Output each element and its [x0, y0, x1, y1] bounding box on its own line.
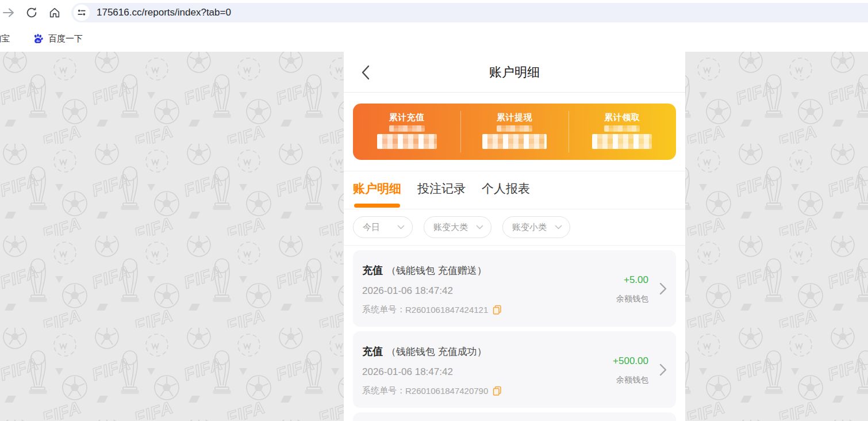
- filter-row: 今日 账变大类 账变小类: [344, 209, 685, 246]
- url-text[interactable]: 175616.cc/reports/index?tab=0: [97, 7, 231, 18]
- bookmark-taobao[interactable]: 淘宝: [0, 33, 15, 44]
- bookmark-baidu[interactable]: du 百度一下: [32, 33, 83, 44]
- order-number: R2601061847424121: [405, 305, 488, 315]
- filter-date-dropdown[interactable]: 今日: [353, 216, 413, 238]
- active-tab-underline: [354, 204, 400, 208]
- site-settings-icon[interactable]: [74, 5, 90, 21]
- app-container: 账户明细 累计充值 累计提现 累计领取: [344, 52, 685, 421]
- copy-icon[interactable]: [493, 305, 502, 315]
- tab-personal-report[interactable]: 个人报表: [482, 181, 530, 208]
- transaction-type: 充值: [362, 345, 383, 358]
- censored-withdraw-value: [482, 134, 547, 149]
- transaction-card-partial[interactable]: [353, 412, 676, 421]
- summary-section: 累计充值 累计提现 累计领取: [344, 93, 685, 171]
- filter-minor-category-dropdown[interactable]: 账变小类: [502, 216, 570, 238]
- home-icon[interactable]: [47, 5, 62, 20]
- transaction-list: 充值 （钱能钱包 充值赠送） 2026-01-06 18:47:42 系统单号：…: [344, 246, 685, 421]
- transaction-wallet: 余额钱包: [616, 294, 648, 304]
- transaction-order-row: 系统单号： R2601061847424121: [362, 304, 667, 315]
- censored-value-fragment: [497, 125, 532, 132]
- back-icon[interactable]: [361, 64, 371, 81]
- stat-total-withdraw: 累计提现: [460, 104, 568, 160]
- browser-chrome: 175616.cc/reports/index?tab=0 淘宝 du 百度一下: [0, 0, 868, 52]
- app-header: 账户明细: [344, 52, 685, 93]
- tab-bar: 账户明细 投注记录 个人报表: [344, 171, 685, 209]
- tab-account-details[interactable]: 账户明细: [353, 181, 401, 208]
- order-label: 系统单号：: [362, 385, 405, 396]
- chevron-down-icon: [397, 225, 405, 229]
- transaction-amount: +5.00: [616, 274, 648, 286]
- transaction-card[interactable]: 充值 （钱能钱包 充值赠送） 2026-01-06 18:47:42 系统单号：…: [353, 250, 676, 327]
- summary-stat-card: 累计充值 累计提现 累计领取: [353, 104, 676, 160]
- censored-claimed-value: [592, 134, 652, 149]
- svg-text:du: du: [36, 40, 40, 43]
- baidu-icon: du: [32, 33, 44, 44]
- censored-deposit-value: [377, 134, 437, 149]
- transaction-type: 充值: [362, 263, 383, 277]
- transaction-card[interactable]: 充值 （钱能钱包 充值成功） 2026-01-06 18:47:42 系统单号：…: [353, 331, 676, 408]
- page-background: FIFA FIFA 账户明细: [0, 52, 868, 421]
- transaction-detail: （钱能钱包 充值成功）: [386, 345, 487, 358]
- chevron-right-icon[interactable]: [659, 363, 667, 378]
- order-number: R2601061847420790: [405, 386, 488, 396]
- transaction-amount: +500.00: [613, 355, 648, 367]
- chevron-right-icon[interactable]: [659, 282, 667, 297]
- chevron-down-icon: [476, 225, 483, 229]
- stat-total-deposit: 累计充值: [353, 104, 460, 160]
- stat-total-claimed: 累计领取: [569, 104, 676, 160]
- url-bar[interactable]: 175616.cc/reports/index?tab=0: [71, 3, 868, 22]
- reload-icon[interactable]: [24, 5, 39, 20]
- transaction-order-row: 系统单号： R2601061847420790: [362, 385, 667, 396]
- transaction-wallet: 余额钱包: [613, 375, 648, 385]
- order-label: 系统单号：: [362, 304, 405, 315]
- tab-bet-records[interactable]: 投注记录: [417, 181, 466, 208]
- bookmarks-bar: 淘宝 du 百度一下: [0, 25, 868, 52]
- transaction-detail: （钱能钱包 充值赠送）: [386, 264, 487, 277]
- copy-icon[interactable]: [493, 386, 502, 396]
- censored-value-fragment: [389, 125, 425, 132]
- forward-icon[interactable]: [1, 5, 16, 20]
- browser-toolbar: 175616.cc/reports/index?tab=0: [0, 0, 868, 25]
- filter-major-category-dropdown[interactable]: 账变大类: [424, 216, 491, 238]
- censored-value-fragment: [604, 125, 640, 132]
- page-title: 账户明细: [344, 52, 685, 93]
- chevron-down-icon: [555, 225, 562, 229]
